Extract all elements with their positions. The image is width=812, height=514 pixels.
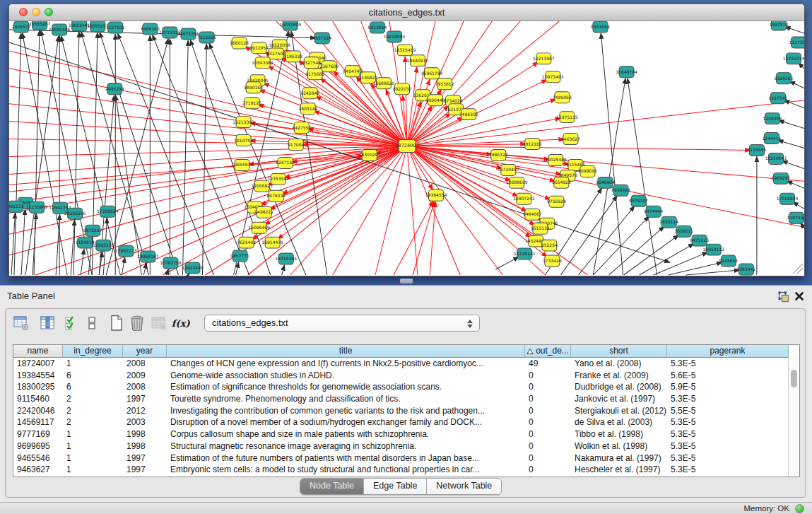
graph-node-label: 8215955 bbox=[748, 148, 767, 153]
delete-column-button[interactable] bbox=[127, 313, 147, 333]
minimize-window-button[interactable] bbox=[32, 8, 40, 16]
table-cell: 0 bbox=[525, 405, 571, 417]
table-selector-value: citations_edges.txt bbox=[212, 317, 288, 328]
table-cell: Estimation of the future numbers of pati… bbox=[167, 452, 525, 465]
tab-network-table[interactable]: Network Table bbox=[427, 479, 501, 494]
table-cell: 0 bbox=[525, 381, 571, 393]
graph-node-label: 12213967 bbox=[533, 56, 555, 61]
graph-node-label: 8313054 bbox=[591, 24, 610, 29]
column-header-out_de[interactable]: out_de... bbox=[525, 345, 571, 358]
graph-node-label: 19166825 bbox=[251, 183, 273, 188]
graph-node-label: 1154519 bbox=[76, 240, 95, 245]
graph-node-label: 18724007 bbox=[395, 144, 418, 149]
table-scrollbar[interactable] bbox=[788, 358, 799, 477]
table-cell: 9465546 bbox=[13, 452, 63, 465]
table-row[interactable]: 1872400712008Changes of HCN gene express… bbox=[13, 358, 799, 370]
delete-table-button[interactable] bbox=[149, 313, 169, 333]
column-header-label: short bbox=[609, 345, 628, 357]
window-titlebar[interactable]: citations_edges.txt bbox=[9, 4, 804, 21]
graph-node-label: 9484067 bbox=[523, 211, 542, 216]
zoom-window-button[interactable] bbox=[45, 8, 53, 16]
table-row[interactable]: 977716911998Corpus callosum shape and si… bbox=[13, 428, 799, 440]
graph-node-label: 1527602 bbox=[106, 25, 125, 30]
column-header-pagerank[interactable]: pagerank bbox=[667, 345, 789, 358]
graph-node-label: 7986322 bbox=[489, 152, 508, 157]
graph-node-label: 18807243 bbox=[513, 196, 535, 201]
close-window-button[interactable] bbox=[19, 8, 28, 16]
graph-node-label: 19218596 bbox=[384, 34, 406, 39]
graph-node-label: 9857771 bbox=[230, 253, 249, 258]
table-cell: Genome-wide association studies in ADHD. bbox=[167, 370, 525, 382]
graph-node-label: 9227343 bbox=[769, 95, 788, 100]
graph-node-label: 16210643 bbox=[765, 156, 787, 160]
graph-node-label: 12213383 bbox=[233, 119, 254, 124]
select-columns-button[interactable] bbox=[62, 313, 82, 333]
table-row[interactable]: 1830029562008Estimation of significance … bbox=[13, 381, 799, 393]
graph-node-label: 18640910 bbox=[407, 58, 429, 63]
table-row[interactable]: 1938455462009Genome-wide association stu… bbox=[13, 370, 799, 382]
graph-node-label: 16914479 bbox=[261, 240, 283, 245]
graph-node-label: 1615132 bbox=[531, 226, 550, 230]
table-cell: 0 bbox=[525, 452, 571, 465]
graph-node-label: 2905334 bbox=[105, 86, 124, 91]
graph-node-label: 18325419 bbox=[394, 47, 416, 52]
table-row[interactable]: 2242004622012Investigating the contribut… bbox=[13, 405, 799, 417]
column-header-name[interactable]: name bbox=[13, 345, 63, 358]
graph-node-label: 9498222 bbox=[254, 209, 273, 214]
graph-node-label: 9242848 bbox=[300, 90, 319, 95]
citation-network-graph[interactable]: 2405572205532872069140619565441106552571… bbox=[9, 21, 804, 276]
column-header-short[interactable]: short bbox=[571, 345, 667, 358]
row-height-button[interactable] bbox=[82, 313, 102, 333]
graph-node-label: 16099469 bbox=[248, 225, 270, 230]
close-panel-icon[interactable] bbox=[794, 291, 804, 301]
table-mode-button[interactable] bbox=[11, 313, 31, 333]
table-selector-dropdown[interactable]: citations_edges.txt bbox=[204, 315, 480, 332]
graph-node-label: 7496302 bbox=[459, 112, 478, 117]
table-row[interactable]: 969969511998Structural magnetic resonanc… bbox=[13, 440, 799, 452]
column-header-title[interactable]: title bbox=[167, 345, 525, 358]
float-panel-icon[interactable] bbox=[778, 291, 789, 303]
graph-node-label: 2405572 bbox=[12, 24, 31, 29]
table-cell: 5.3E-5 bbox=[667, 440, 789, 452]
column-header-year[interactable]: year bbox=[123, 345, 167, 358]
table-cell: 5.3E-5 bbox=[667, 464, 789, 476]
graph-node-label: 17359924 bbox=[97, 209, 119, 214]
table-cell: 1 bbox=[63, 464, 123, 476]
table-row[interactable]: 1456911722003Disruption of a novel membe… bbox=[13, 416, 799, 428]
graph-node-label: 17016504 bbox=[777, 196, 799, 201]
graph-node-label: 14136141 bbox=[514, 251, 536, 256]
table-panel: Table Panel bbox=[0, 285, 812, 503]
table-scrollbar-thumb[interactable] bbox=[791, 370, 797, 387]
table-cell: 18300295 bbox=[13, 381, 63, 393]
function-builder-button[interactable]: f(x) bbox=[170, 313, 190, 333]
tab-node-table[interactable]: Node Table bbox=[300, 479, 364, 494]
tab-edge-table[interactable]: Edge Table bbox=[364, 479, 427, 494]
table-cell: 0 bbox=[525, 464, 571, 476]
show-columns-button[interactable] bbox=[37, 313, 57, 333]
graph-node-label: 9146821 bbox=[359, 75, 378, 80]
table-cell: Estimation of significance thresholds fo… bbox=[167, 381, 525, 393]
table-cell: Corpus callosum shape and size in male p… bbox=[167, 428, 525, 440]
graph-node-label: 8454749 bbox=[343, 69, 363, 74]
table-row[interactable]: 946554611997Estimation of the future num… bbox=[13, 452, 799, 465]
network-view-window[interactable]: citations_edges.txt 24055722055328720691… bbox=[8, 4, 805, 276]
graph-node-label: 8813054 bbox=[368, 25, 387, 30]
table-cell: Jankovic et al. (1997) bbox=[571, 393, 667, 405]
graph-node-label: 8822037 bbox=[393, 86, 412, 91]
graph-node-label: 6879197 bbox=[629, 198, 648, 203]
graph-node-label: 1640954 bbox=[596, 180, 615, 185]
table-row[interactable]: 911546021997Tourette syndrome. Phenomeno… bbox=[13, 393, 799, 405]
table-cell: 19384554 bbox=[13, 370, 63, 382]
column-header-in_degree[interactable]: in_degree bbox=[63, 345, 123, 358]
table-cell: Changes of HCN gene expression and I(f) … bbox=[167, 358, 525, 370]
network-canvas[interactable]: 2405572205532872069140619565441106552571… bbox=[9, 21, 804, 276]
graph-node-label: 8267150 bbox=[276, 160, 295, 165]
splitter-handle[interactable] bbox=[400, 279, 413, 284]
table-row[interactable]: 946362711997Embryonic stem cells: a mode… bbox=[13, 464, 799, 476]
graph-node-label: 9463627 bbox=[561, 136, 580, 141]
graph-node-label: 8912954 bbox=[249, 45, 269, 50]
graph-node-label: 1810755 bbox=[234, 138, 253, 143]
create-column-button[interactable] bbox=[107, 313, 126, 333]
graph-node-label: 252254 bbox=[541, 243, 558, 247]
graph-node-label: 12353594 bbox=[267, 176, 289, 181]
